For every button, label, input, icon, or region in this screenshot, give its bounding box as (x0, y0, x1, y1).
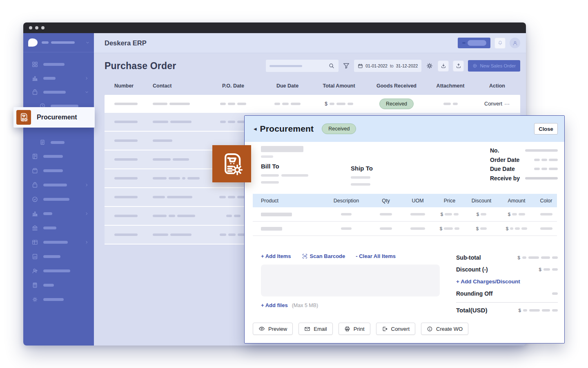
receive-by-field[interactable] (525, 177, 558, 180)
placeholder-bar (43, 155, 63, 158)
date-till: 31-12-2022 (396, 63, 418, 68)
discount-value[interactable]: $ (539, 267, 558, 272)
placeholder-bar (43, 241, 68, 244)
order-date-field[interactable] (534, 159, 558, 161)
settings-gear-icon[interactable] (425, 62, 434, 70)
chevron-right-icon (85, 240, 89, 245)
sidebar-item[interactable] (23, 192, 94, 206)
order-date-label: Order Date (490, 157, 519, 163)
sidebar-subitem[interactable] (23, 135, 94, 149)
sidebar-item[interactable] (23, 292, 94, 307)
add-charges-discount-link[interactable]: + Add Charges/Discount (456, 278, 520, 285)
new-sales-order-button[interactable]: New Sales Order (468, 60, 520, 72)
placeholder-bar (519, 213, 525, 215)
app-title: Deskera ERP (105, 39, 147, 47)
placeholder-bar (43, 227, 56, 229)
export-button[interactable] (453, 61, 464, 72)
placeholder-bar (515, 227, 520, 230)
calendar-icon (358, 63, 363, 69)
window-control-icon[interactable] (35, 26, 38, 29)
sidebar-item[interactable] (23, 178, 94, 192)
close-button[interactable]: Close (534, 123, 558, 135)
sidebar-item[interactable] (23, 206, 94, 221)
clear-all-items-link[interactable]: - Clear All Items (356, 253, 396, 259)
sidebar-item[interactable] (23, 85, 94, 99)
app-header: Deskera ERP (94, 33, 526, 53)
procurement-feature-icon (212, 145, 251, 182)
placeholder-bar (177, 215, 195, 217)
header-primary-button[interactable] (458, 38, 490, 48)
sidebar-item[interactable] (23, 71, 94, 85)
sidebar-item[interactable] (23, 249, 94, 264)
placeholder-bar (43, 77, 56, 80)
sidebar-item-label: Procurement (37, 114, 77, 121)
placeholder-bar (444, 227, 453, 230)
placeholder-bar (114, 215, 138, 217)
preview-button[interactable]: Preview (253, 323, 293, 335)
placeholder-bar (261, 155, 273, 158)
sidebar-item[interactable] (23, 164, 94, 178)
sidebar-item-procurement[interactable]: Procurement (13, 107, 95, 128)
create-wo-button[interactable]: Create WO (421, 323, 468, 335)
window-control-icon[interactable] (29, 26, 32, 29)
placeholder-bar (510, 227, 513, 230)
placeholder-bar (281, 174, 308, 177)
user-avatar[interactable] (510, 38, 520, 48)
item-row[interactable]: $ $ $ (253, 207, 557, 222)
sidebar-item[interactable] (23, 264, 94, 278)
due-date-field[interactable] (534, 168, 558, 170)
placeholder-bar (173, 158, 189, 161)
add-items-link[interactable]: + Add Items (261, 253, 291, 259)
placeholder-bar (445, 213, 452, 215)
sidebar (23, 33, 94, 346)
sidebar-item[interactable] (23, 57, 94, 71)
date-range-picker[interactable]: 01-01-2022 to 31-12-2022 (354, 60, 421, 72)
placeholder-bar (43, 91, 66, 94)
print-button[interactable]: Print (339, 323, 370, 335)
placeholder-bar (261, 181, 279, 184)
document-icon (39, 139, 46, 146)
scan-barcode-link[interactable]: Scan Barcode (302, 253, 345, 259)
search-input[interactable] (266, 60, 339, 72)
modal-footer: Preview Email Print Convert Create WO (253, 323, 468, 335)
item-row[interactable]: $ $ $ (253, 222, 557, 236)
column-header: Amount (498, 198, 535, 204)
chevron-right-icon (85, 183, 89, 187)
sidebar-item[interactable] (23, 221, 94, 235)
placeholder-bar (114, 233, 138, 236)
placeholder-bar (153, 215, 167, 217)
convert-button[interactable]: Convert (376, 323, 416, 335)
ship-to-label: Ship To (351, 165, 373, 172)
sidebar-item[interactable] (23, 235, 94, 249)
back-icon[interactable]: ◂ (254, 125, 257, 132)
window-control-icon[interactable] (41, 26, 45, 29)
placeholder-bar (42, 41, 49, 44)
bank-icon (31, 224, 38, 231)
notifications-button[interactable] (494, 38, 506, 49)
filter-icon[interactable] (343, 62, 350, 70)
row-more-icon[interactable]: ⋯ (504, 101, 510, 107)
import-button[interactable] (438, 61, 449, 72)
placeholder-bar (153, 139, 172, 142)
bell-icon (497, 40, 503, 46)
placeholder-bar (182, 177, 185, 180)
placeholder-bar (341, 213, 352, 215)
procurement-icon (16, 110, 31, 125)
rounding-off-value[interactable] (552, 292, 558, 295)
no-field[interactable] (525, 149, 558, 152)
convert-action[interactable]: Convert (484, 101, 502, 107)
memo-box[interactable] (261, 265, 440, 296)
add-files-link[interactable]: + Add files (261, 302, 288, 308)
placeholder-bar (114, 177, 138, 180)
email-button[interactable]: Email (298, 323, 333, 335)
sidebar-logo-header[interactable] (23, 33, 94, 52)
placeholder-bar (169, 177, 180, 180)
placeholder-bar (234, 215, 241, 217)
sidebar-item[interactable] (23, 149, 94, 164)
placeholder-bar (512, 213, 517, 215)
placeholder-bar (351, 183, 370, 186)
sidebar-item[interactable] (23, 278, 94, 292)
chart-icon (31, 75, 38, 82)
table-row[interactable]: $ Received Convert⋯ (105, 95, 520, 113)
placeholder-bar (187, 177, 200, 180)
